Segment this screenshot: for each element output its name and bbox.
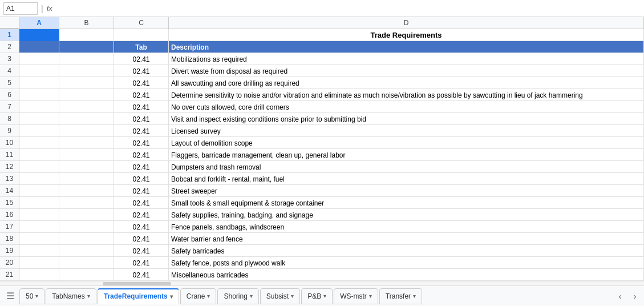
cell-d3[interactable]: Mobilizations as required (169, 53, 644, 65)
tab-prev-button[interactable]: ‹ (613, 288, 627, 304)
cell-a4[interactable] (19, 65, 59, 77)
row-num-9[interactable]: 9 (0, 125, 19, 137)
cell-a16[interactable] (19, 209, 59, 221)
row-num-4[interactable]: 4 (0, 65, 19, 77)
cell-a8[interactable] (19, 113, 59, 125)
row-num-7[interactable]: 7 (0, 101, 19, 113)
cell-d8[interactable]: Visit and inspect existing conditions on… (169, 113, 644, 125)
cell-d17[interactable]: Fence panels, sandbags, windscreen (169, 221, 644, 233)
tab-menu-button[interactable]: ☰ (2, 288, 18, 304)
row-num-16[interactable]: 16 (0, 209, 19, 221)
cell-c5[interactable]: 02.41 (114, 77, 169, 89)
row-num-11[interactable]: 11 (0, 149, 19, 161)
tab-subsist[interactable]: Subsist▾ (260, 288, 300, 304)
formula-input[interactable] (56, 2, 641, 15)
cell-c11[interactable]: 02.41 (114, 149, 169, 161)
tab-shoring[interactable]: Shoring▾ (217, 288, 258, 304)
row-num-10[interactable]: 10 (0, 137, 19, 149)
cell-b8[interactable] (59, 113, 114, 125)
cell-a14[interactable] (19, 185, 59, 197)
cell-a20[interactable] (19, 257, 59, 269)
cell-d20[interactable]: Safety fence, posts and plywood walk (169, 257, 644, 269)
cell-d9[interactable]: Licensed survey (169, 125, 644, 137)
cell-a19[interactable] (19, 245, 59, 257)
cell-b18[interactable] (59, 233, 114, 245)
cell-a15[interactable] (19, 197, 59, 209)
cell-b1[interactable] (59, 29, 114, 41)
row-num-2[interactable]: 2 (0, 41, 19, 53)
row-num-15[interactable]: 15 (0, 197, 19, 209)
col-header-c[interactable]: C (114, 17, 169, 29)
tab-50[interactable]: 50▾ (19, 288, 44, 304)
cell-b13[interactable] (59, 173, 114, 185)
cell-c6[interactable]: 02.41 (114, 89, 169, 101)
cell-a21[interactable] (19, 269, 59, 281)
cell-d1[interactable]: Trade Requirements (169, 29, 644, 41)
cell-a12[interactable] (19, 161, 59, 173)
row-num-8[interactable]: 8 (0, 113, 19, 125)
row-num-18[interactable]: 18 (0, 233, 19, 245)
scroll-area[interactable] (0, 281, 644, 285)
tab-ws-mstr[interactable]: WS-mstr▾ (334, 288, 378, 304)
cell-b17[interactable] (59, 221, 114, 233)
cell-c21[interactable]: 02.41 (114, 269, 169, 281)
cell-a7[interactable] (19, 101, 59, 113)
cell-b20[interactable] (59, 257, 114, 269)
cell-d7[interactable]: No over cuts allowed, core drill corners (169, 101, 644, 113)
cell-d2[interactable]: Description (169, 41, 644, 53)
cell-a1[interactable] (19, 29, 59, 41)
row-num-19[interactable]: 19 (0, 245, 19, 257)
cell-a5[interactable] (19, 77, 59, 89)
cell-d5[interactable]: All sawcutting and core drilling as requ… (169, 77, 644, 89)
cell-b4[interactable] (59, 65, 114, 77)
tab-crane[interactable]: Crane▾ (180, 288, 217, 304)
cell-d21[interactable]: Miscellaneous barricades (169, 269, 644, 281)
cell-d18[interactable]: Water barrier and fence (169, 233, 644, 245)
row-num-1[interactable]: 1 (0, 29, 19, 41)
col-header-d[interactable]: D (169, 17, 644, 29)
tab-transfer[interactable]: Transfer▾ (379, 288, 422, 304)
row-num-5[interactable]: 5 (0, 77, 19, 89)
cell-b5[interactable] (59, 77, 114, 89)
tab-traderequirements[interactable]: TradeRequirements▾ (98, 288, 179, 304)
cell-b7[interactable] (59, 101, 114, 113)
cell-d6[interactable]: Determine sensitivity to noise and/or vi… (169, 89, 644, 101)
row-num-21[interactable]: 21 (0, 269, 19, 281)
row-num-17[interactable]: 17 (0, 221, 19, 233)
cell-d4[interactable]: Divert waste from disposal as required (169, 65, 644, 77)
col-header-a[interactable]: A (19, 17, 59, 29)
cell-reference[interactable]: A1 (3, 2, 38, 15)
cell-b12[interactable] (59, 161, 114, 173)
row-num-6[interactable]: 6 (0, 89, 19, 101)
cell-b16[interactable] (59, 209, 114, 221)
cell-a11[interactable] (19, 149, 59, 161)
cell-d13[interactable]: Bobcat and forklift - rental, maint, fue… (169, 173, 644, 185)
cell-c1[interactable] (114, 29, 169, 41)
cell-c20[interactable]: 02.41 (114, 257, 169, 269)
cell-d15[interactable]: Small tools & small equipment & storage … (169, 197, 644, 209)
cell-b19[interactable] (59, 245, 114, 257)
cell-c4[interactable]: 02.41 (114, 65, 169, 77)
cell-a18[interactable] (19, 233, 59, 245)
cell-d11[interactable]: Flaggers, barricade management, clean up… (169, 149, 644, 161)
cell-b9[interactable] (59, 125, 114, 137)
tab-p-b[interactable]: P&B▾ (301, 288, 333, 304)
row-num-20[interactable]: 20 (0, 257, 19, 269)
cell-a2[interactable] (19, 41, 59, 53)
row-num-13[interactable]: 13 (0, 173, 19, 185)
cell-c18[interactable]: 02.41 (114, 233, 169, 245)
cell-c15[interactable]: 02.41 (114, 197, 169, 209)
tab-tabnames[interactable]: TabNames▾ (46, 288, 96, 304)
cell-d19[interactable]: Safety barricades (169, 245, 644, 257)
scroll-thumb[interactable] (103, 282, 171, 285)
cell-c17[interactable]: 02.41 (114, 221, 169, 233)
tab-next-button[interactable]: › (628, 288, 642, 304)
cell-b15[interactable] (59, 197, 114, 209)
cell-d14[interactable]: Street sweeper (169, 185, 644, 197)
cell-a9[interactable] (19, 125, 59, 137)
cell-a10[interactable] (19, 137, 59, 149)
cell-d16[interactable]: Safety supplies, training, badging, and … (169, 209, 644, 221)
cell-a17[interactable] (19, 221, 59, 233)
cell-c12[interactable]: 02.41 (114, 161, 169, 173)
cell-a13[interactable] (19, 173, 59, 185)
